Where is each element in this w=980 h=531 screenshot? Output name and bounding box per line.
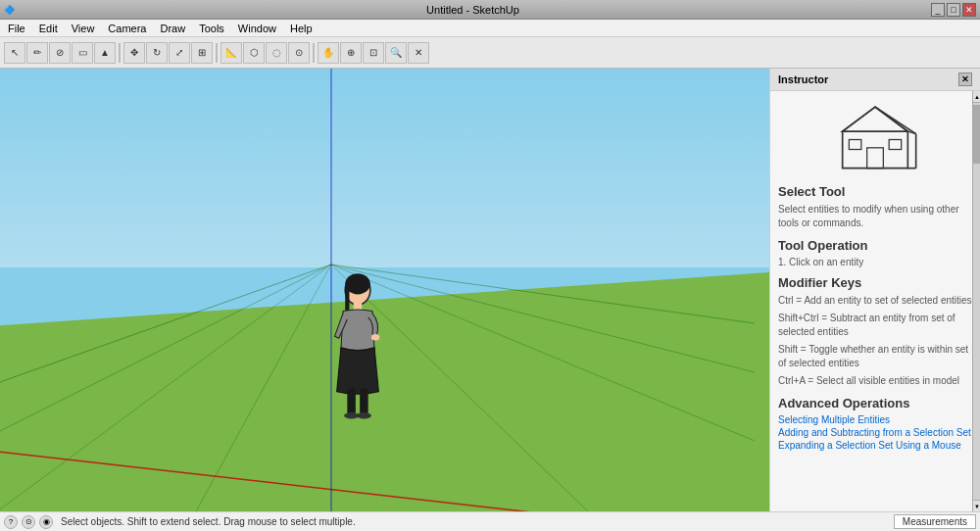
maximize-button[interactable]: □ xyxy=(947,3,960,17)
modifier-key-1: Ctrl = Add an entity to set of selected … xyxy=(778,294,972,308)
menu-item-window[interactable]: Window xyxy=(232,22,282,35)
instructor-close-button[interactable]: ✕ xyxy=(958,72,972,86)
toolbar-btn-rectangle[interactable]: ▭ xyxy=(72,42,93,64)
scrollbar-down-arrow[interactable]: ▼ xyxy=(973,500,980,511)
modifier-key-4: Ctrl+A = Select all visible entities in … xyxy=(778,374,972,388)
menu-item-file[interactable]: File xyxy=(2,22,31,35)
svg-rect-16 xyxy=(360,388,368,414)
toolbar-btn-tape-measure[interactable]: 📐 xyxy=(220,42,242,64)
svg-point-18 xyxy=(357,412,371,418)
toolbar-btn-eraser[interactable]: ✏ xyxy=(26,42,48,64)
toolbar-btn-zoom-window[interactable]: 🔍 xyxy=(385,42,407,64)
operation-step-1: 1. Click on an entity xyxy=(778,257,972,267)
toolbar-separator-5 xyxy=(119,43,121,63)
advanced-link-1[interactable]: Selecting Multiple Entities xyxy=(778,414,972,425)
toolbar-btn-zoom[interactable]: ⊕ xyxy=(340,42,362,64)
menu-item-camera[interactable]: Camera xyxy=(102,22,152,35)
main-area: Instructor ✕ xyxy=(0,69,980,511)
toolbar-btn-move[interactable]: ✥ xyxy=(123,42,145,64)
toolbar: ↖✏⊘▭▲✥↻⤢⊞📐⬡◌⊙✋⊕⊡🔍✕ xyxy=(0,37,980,69)
scrollbar-up-arrow[interactable]: ▲ xyxy=(973,91,980,103)
toolbar-btn-lasso[interactable]: ⊘ xyxy=(49,42,71,64)
status-icons: ? ⊙ ◉ xyxy=(4,515,53,529)
svg-marker-19 xyxy=(843,107,908,168)
toolbar-btn-select[interactable]: ↖ xyxy=(4,42,25,64)
status-icon-1[interactable]: ? xyxy=(4,515,18,529)
svg-rect-22 xyxy=(849,140,861,150)
svg-line-24 xyxy=(875,107,916,134)
toolbar-btn-cross[interactable]: ✕ xyxy=(408,42,429,64)
modifier-section-title: Modifier Keys xyxy=(778,275,972,290)
toolbar-btn-polygon[interactable]: ⬡ xyxy=(243,42,265,64)
scrollbar-thumb[interactable] xyxy=(973,105,980,164)
menu-item-tools[interactable]: Tools xyxy=(193,22,230,35)
window-title: Untitled - SketchUp xyxy=(426,4,519,16)
svg-rect-21 xyxy=(867,148,884,169)
tool-name: Select Tool xyxy=(778,184,972,199)
menu-item-edit[interactable]: Edit xyxy=(33,22,64,35)
status-text: Select objects. Shift to extend select. … xyxy=(61,516,886,527)
svg-rect-23 xyxy=(889,140,902,150)
menu-bar: FileEditViewCameraDrawToolsWindowHelp xyxy=(0,20,980,37)
sky-background xyxy=(0,69,769,267)
measurements-box: Measurements xyxy=(894,514,976,529)
window-controls: _ □ ✕ xyxy=(931,3,976,17)
menu-item-draw[interactable]: Draw xyxy=(154,22,191,35)
close-button[interactable]: ✕ xyxy=(962,3,976,17)
toolbar-separator-13 xyxy=(313,43,315,63)
menu-item-help[interactable]: Help xyxy=(284,22,318,35)
instructor-content[interactable]: Select Tool Select entities to modify wh… xyxy=(770,91,980,460)
advanced-section-title: Advanced Operations xyxy=(778,396,972,410)
title-bar: 🔷 Untitled - SketchUp _ □ ✕ xyxy=(0,0,980,20)
instructor-header: Instructor ✕ xyxy=(770,69,980,91)
toolbar-separator-9 xyxy=(216,43,218,63)
toolbar-btn-offset[interactable]: ⊞ xyxy=(191,42,213,64)
toolbar-btn-circle[interactable]: ◌ xyxy=(266,42,287,64)
svg-point-17 xyxy=(344,412,359,418)
toolbar-btn-pan[interactable]: ✋ xyxy=(318,42,339,64)
menu-item-view[interactable]: View xyxy=(66,22,101,35)
status-icon-2[interactable]: ⊙ xyxy=(22,515,35,529)
instructor-title: Instructor xyxy=(778,73,828,85)
toolbar-btn-zoom-extents[interactable]: ⊡ xyxy=(363,42,384,64)
minimize-button[interactable]: _ xyxy=(931,3,945,17)
operation-section-title: Tool Operation xyxy=(778,238,972,253)
svg-marker-20 xyxy=(843,107,908,131)
viewport-3d[interactable] xyxy=(0,69,769,511)
svg-rect-15 xyxy=(347,388,356,414)
toolbar-btn-scale[interactable]: ⤢ xyxy=(169,42,190,64)
advanced-link-3[interactable]: Expanding a Selection Set Using a Mouse xyxy=(778,440,972,451)
instructor-panel: Instructor ✕ xyxy=(769,69,980,511)
advanced-link-2[interactable]: Adding and Subtracting from a Selection … xyxy=(778,427,972,438)
modifier-key-3: Shift = Toggle whether an entity is with… xyxy=(778,343,972,370)
tool-icon-image xyxy=(826,103,924,176)
svg-point-14 xyxy=(371,334,380,340)
toolbar-btn-orbit[interactable]: ⊙ xyxy=(288,42,310,64)
tool-description: Select entities to modify when using oth… xyxy=(778,203,972,230)
status-bar: ? ⊙ ◉ Select objects. Shift to extend se… xyxy=(0,511,980,531)
modifier-key-2: Shift+Ctrl = Subtract an entity from set… xyxy=(778,312,972,339)
status-icon-3[interactable]: ◉ xyxy=(39,515,53,529)
toolbar-btn-push-pull[interactable]: ▲ xyxy=(94,42,116,64)
human-figure xyxy=(323,271,392,428)
toolbar-btn-rotate[interactable]: ↻ xyxy=(146,42,168,64)
measurements-label: Measurements xyxy=(903,516,967,527)
